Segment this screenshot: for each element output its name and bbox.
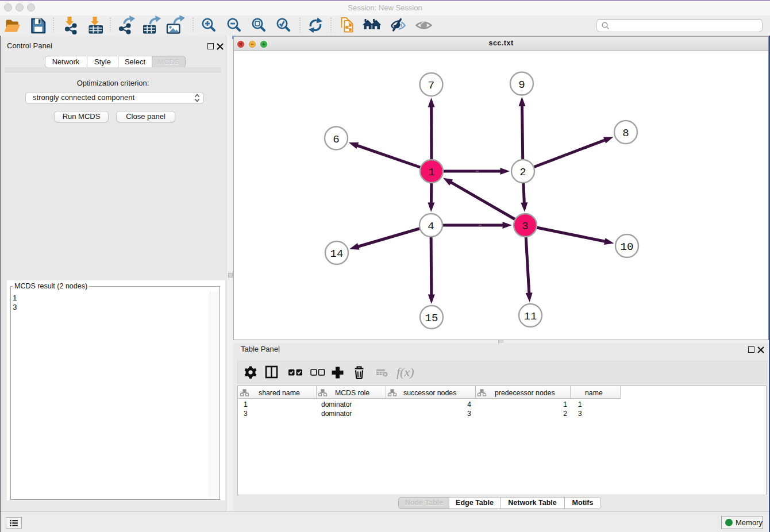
svg-text:3: 3 <box>522 220 528 233</box>
svg-text:name: name <box>585 389 603 397</box>
svg-text:14: 14 <box>330 248 344 260</box>
svg-text:8: 8 <box>622 127 629 140</box>
svg-text:2: 2 <box>519 166 526 179</box>
svg-text:1: 1 <box>428 166 434 179</box>
svg-text:MCDS role: MCDS role <box>335 389 369 397</box>
svg-text:6: 6 <box>333 133 339 146</box>
svg-text:4: 4 <box>428 220 434 233</box>
svg-text:predecessor nodes: predecessor nodes <box>495 389 555 397</box>
svg-text:successor nodes: successor nodes <box>403 389 456 397</box>
svg-text:11: 11 <box>524 310 537 323</box>
svg-text:10: 10 <box>621 241 634 253</box>
svg-text:7: 7 <box>428 79 434 92</box>
svg-text:shared name: shared name <box>259 389 300 397</box>
svg-text:9: 9 <box>518 79 525 91</box>
svg-text:f(x): f(x) <box>396 365 414 379</box>
svg-text:15: 15 <box>425 312 438 325</box>
